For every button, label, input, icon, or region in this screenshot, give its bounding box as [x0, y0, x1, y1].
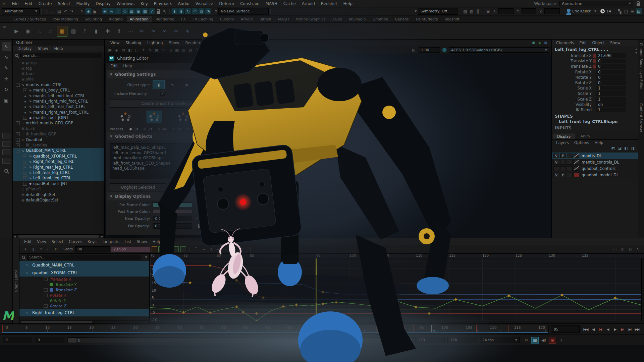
absolute-view-icon[interactable] — [158, 246, 164, 252]
pin-channel-icon[interactable] — [44, 288, 48, 292]
expand-toggle-icon[interactable] — [15, 138, 20, 141]
playback-end-field[interactable]: 120 — [415, 337, 445, 343]
resolution-gate-icon[interactable]: ◫ — [167, 47, 173, 53]
channel-box-menu-item[interactable]: Edit — [577, 40, 589, 46]
snap-help-icon[interactable]: ? — [149, 8, 155, 14]
ghosting-settings-header[interactable]: ▼Ghosting Settings — [107, 70, 230, 78]
near-opacity-slider[interactable] — [196, 216, 228, 221]
step-forward-frame-button[interactable]: ▶| — [627, 326, 633, 333]
layer-visibility-toggle[interactable]: V — [553, 160, 559, 165]
ghosting-editor-dialog[interactable]: M Ghosting Editor — ▢ ✕ EditHelp ▼Ghosti… — [106, 54, 231, 235]
preset-radio[interactable]: 2s — [143, 127, 152, 131]
camera-select-icon[interactable]: ▣ — [107, 47, 113, 53]
ghosted-object-item[interactable]: head_GEOShape — [112, 166, 225, 171]
dialog-titlebar[interactable]: M Ghosting Editor — ▢ ✕ — [106, 54, 231, 63]
graph-menu-item[interactable]: Help — [150, 239, 164, 244]
outliner-row[interactable]: orchid_mantis_GEO_GRP — [13, 120, 104, 126]
range-start-grip[interactable] — [68, 338, 76, 343]
geometry-type-icon[interactable]: ◖ — [153, 80, 165, 89]
channel-value-field[interactable]: 1 — [596, 108, 626, 112]
render-icon[interactable]: ▧ — [462, 8, 468, 14]
viewport-menu-item[interactable]: View — [107, 40, 122, 46]
auto-tangent-icon[interactable]: ◠ — [239, 246, 246, 252]
expand-toggle-icon[interactable] — [15, 121, 20, 125]
snap-grid-icon[interactable]: ✚ — [102, 8, 108, 14]
cached-playback-icon[interactable]: ▦ — [531, 337, 539, 344]
channel-row[interactable]: Scale Z 1 — [552, 97, 638, 102]
image-plane-icon[interactable]: ▢ — [133, 47, 140, 53]
graph-menu-item[interactable]: Tangents — [99, 239, 122, 244]
viewport-menu-item[interactable]: Show — [166, 40, 182, 46]
shelf-tab[interactable]: Rendering — [152, 16, 178, 22]
symmetry-field[interactable]: Symmetry: Off — [418, 8, 458, 15]
ghost-preset-global-icon[interactable] — [118, 111, 133, 123]
graph-tree-row[interactable]: Translate Y — [19, 282, 149, 287]
post-frame-color-slider[interactable] — [196, 209, 228, 214]
outliner-row[interactable]: Right_rear_leg_CTRL — [13, 164, 104, 170]
close-button[interactable]: ✕ — [221, 56, 228, 61]
layer-row[interactable]: V mantis_controls_DL — [552, 159, 638, 165]
outliner-menu-item[interactable]: Help — [51, 46, 65, 51]
channel-row[interactable]: Rotate Y 0 — [552, 75, 638, 80]
expand-toggle-icon[interactable] — [15, 83, 20, 86]
menu-item[interactable]: File — [9, 1, 21, 7]
shelf-tab[interactable]: Custom — [217, 16, 237, 22]
graph-tree-row[interactable]: Translate Z — [19, 287, 149, 293]
snap-projected-center-icon[interactable]: ◇ — [122, 8, 128, 14]
shelf-tab[interactable]: Sculpting — [82, 16, 105, 22]
channel-scroll-up-icon[interactable]: ▲ — [635, 48, 637, 51]
stacked-view-icon[interactable] — [166, 246, 171, 252]
outliner-row[interactable]: mantis_left_mid_foot_CTRL — [13, 93, 104, 98]
menu-item[interactable]: Playback — [151, 1, 175, 7]
current-frame-marker[interactable]: 95 — [431, 325, 432, 332]
wireframe-icon[interactable]: ◇ — [201, 47, 207, 53]
pre-frame-color-swatch[interactable] — [153, 202, 192, 207]
layer-menu-item[interactable]: Help — [592, 140, 606, 145]
channel-box-menu-item[interactable]: Show — [607, 40, 623, 46]
shelf-tab[interactable]: Motion Graphics — [292, 16, 329, 22]
grid-icon[interactable]: ▦ — [154, 47, 160, 53]
playblast-icon[interactable]: ▶ — [11, 26, 21, 36]
layer-display-mode-toggle[interactable] — [567, 166, 573, 171]
outliner-row[interactable]: persp — [13, 60, 104, 65]
layer-playback-toggle[interactable] — [560, 160, 566, 165]
scale-tool-icon[interactable]: ▣ — [2, 96, 11, 105]
ghosted-objects-list[interactable]: left_max_palp_GEO_Shape1left_rear_femur_… — [110, 143, 228, 179]
outliner-row[interactable]: mantis_left_rear_foot_CTRL — [13, 104, 104, 109]
shadows-icon[interactable]: ◑ — [227, 47, 234, 53]
post-frame-color-swatch[interactable] — [153, 209, 192, 214]
shelf-tab[interactable]: MSPlugin — [345, 16, 369, 22]
outliner-row[interactable]: top — [13, 65, 104, 71]
viewport-status-icon-blue[interactable]: ▦ — [543, 40, 548, 45]
hold-key-icon[interactable]: ⇑ — [114, 26, 124, 36]
surface-snap-icon[interactable]: ◠ — [192, 8, 198, 14]
channel-row[interactable]: Translate Y 0 — [552, 58, 638, 64]
channel-value-field[interactable]: 0 — [596, 75, 626, 80]
frame-playback-icon[interactable]: ◫ — [619, 246, 626, 252]
outliner-row[interactable]: side — [13, 76, 104, 82]
time-marker-icon[interactable] — [152, 246, 157, 252]
layer-row[interactable]: V P quadbot_model_DL — [552, 172, 638, 178]
step-tangent-icon[interactable]: ⌐ — [223, 246, 230, 252]
near-opacity-field[interactable]: 0.228 — [153, 216, 192, 221]
menu-item[interactable]: MASH — [262, 1, 280, 7]
graph-editor-panel-tab[interactable]: Graph Editor — [14, 270, 18, 292]
lights-icon[interactable]: ◉ — [221, 47, 227, 53]
ghosted-object-item[interactable]: left_rear_femur_GEOShape1 — [112, 150, 225, 156]
fps-selector[interactable]: 24 fps▼ — [480, 337, 520, 343]
film-gate-icon[interactable]: ▭ — [160, 47, 167, 53]
graph-menu-item[interactable]: View — [34, 239, 49, 244]
step-forward-key-button[interactable]: ▶| — [619, 326, 626, 333]
plateau-tangent-icon[interactable]: ∿ — [231, 246, 238, 252]
outliner-row[interactable]: Right_front_leg_CTRL — [13, 159, 104, 164]
channel-row[interactable]: Scale Y 1 — [552, 91, 638, 96]
layer-row[interactable]: V P mantis_DL — [552, 153, 638, 159]
viewport-menu-item[interactable]: Panels — [206, 40, 224, 46]
two-d-pan-zoom-icon[interactable]: ✛ — [140, 47, 147, 53]
workspace-lock-icon[interactable] — [637, 3, 640, 6]
live-surface-dropdown-icon[interactable]: ▼ — [213, 10, 217, 13]
animation-start-field[interactable]: 0 — [3, 337, 32, 343]
aim-constraint-icon[interactable]: ∞ — [148, 26, 158, 36]
move-layer-up-icon[interactable]: ◩ — [611, 146, 615, 153]
channel-row[interactable]: IK Blend 1 — [552, 107, 638, 113]
